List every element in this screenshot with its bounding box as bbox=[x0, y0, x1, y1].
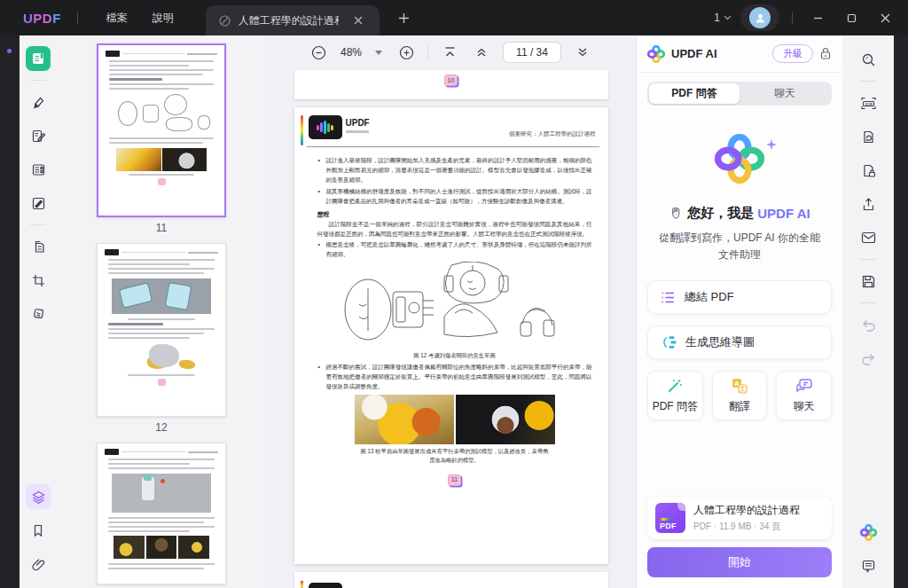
app-window: UPDF 檔案 說明 人體工程學的設計過程 1 bbox=[0, 0, 908, 588]
updf-ai-logo-large bbox=[715, 134, 764, 184]
comment-tool-button[interactable] bbox=[26, 123, 51, 148]
chat-card[interactable]: 聊天 bbox=[776, 371, 832, 420]
right-tool-sidebar: OCR bbox=[842, 35, 894, 588]
translate-icon: A文 bbox=[731, 377, 748, 395]
page-11-badge: 11 bbox=[448, 474, 461, 486]
magic-wand-icon bbox=[666, 377, 684, 395]
go-to-top-button[interactable] bbox=[439, 42, 460, 63]
left-window-edge bbox=[0, 35, 20, 588]
document-tab[interactable]: 人體工程學的設計過程 bbox=[206, 5, 380, 35]
ai-hero bbox=[637, 134, 842, 184]
translate-card[interactable]: A文 翻譯 bbox=[712, 371, 768, 420]
figure-12-sketch bbox=[338, 262, 572, 350]
generate-mindmap-button[interactable]: 生成思維導圖 bbox=[647, 325, 832, 359]
mindmap-label: 生成思維導圖 bbox=[685, 334, 755, 350]
pdf-qa-card[interactable]: PDF 問答 bbox=[647, 371, 703, 420]
right-window-edge bbox=[894, 35, 908, 588]
thumbnail-page-11[interactable] bbox=[97, 43, 226, 217]
menu-file[interactable]: 檔案 bbox=[94, 5, 140, 31]
upgrade-button[interactable]: 升級 bbox=[772, 44, 813, 63]
summarize-list-icon bbox=[661, 290, 676, 305]
current-file-card[interactable]: PDF 人體工程學的設計過程 PDF · 11.9 MB · 34 頁 bbox=[647, 497, 832, 539]
ai-panel-title: UPDF AI bbox=[671, 47, 717, 60]
tab-title: 人體工程學的設計過程 bbox=[239, 13, 339, 28]
window-count-dropdown[interactable]: 1 bbox=[714, 12, 732, 24]
zoom-out-button[interactable] bbox=[309, 42, 330, 63]
page-number-input[interactable]: 11 / 34 bbox=[503, 42, 561, 63]
zoom-level: 48% bbox=[340, 46, 362, 59]
pdf-file-icon: PDF bbox=[655, 503, 685, 533]
zoom-in-button[interactable] bbox=[395, 42, 417, 63]
crop-tool-button[interactable] bbox=[26, 268, 51, 293]
prototype-photo-left bbox=[355, 395, 454, 444]
maximize-button[interactable] bbox=[839, 6, 864, 29]
organize-pages-button[interactable] bbox=[26, 234, 51, 259]
tab-pdf-qa[interactable]: PDF 問答 bbox=[649, 83, 740, 104]
pin-panel-icon[interactable] bbox=[819, 47, 832, 60]
prototype-photo-right bbox=[456, 395, 555, 444]
attachment-panel-button[interactable] bbox=[26, 552, 51, 576]
updf-ai-logo-icon bbox=[647, 45, 665, 63]
document-scroll-area[interactable]: 10 UPDF 個案研究：人體工程學的設計過程 bbox=[266, 69, 636, 588]
greeting-text: 您好，我是 bbox=[687, 205, 754, 222]
bookmark-panel-button[interactable] bbox=[26, 518, 51, 543]
figure-13-photos bbox=[317, 395, 592, 444]
figure-12-caption: 圖 12 考慮到傷者關節的意念草圖 bbox=[317, 351, 592, 361]
email-button[interactable] bbox=[856, 225, 881, 250]
feedback-button[interactable] bbox=[856, 553, 881, 578]
minimize-button[interactable] bbox=[805, 6, 830, 29]
thumbnail-label-11: 11 bbox=[156, 222, 167, 234]
header-rule bbox=[307, 146, 599, 147]
previous-page-button[interactable] bbox=[471, 42, 492, 63]
sidebar-divider bbox=[860, 259, 876, 260]
sidebar-divider bbox=[860, 81, 876, 82]
zoom-dropdown-caret[interactable] bbox=[372, 42, 385, 63]
tab-chat[interactable]: 聊天 bbox=[740, 83, 830, 104]
reader-mode-button[interactable] bbox=[26, 46, 51, 71]
form-tool-button[interactable] bbox=[26, 157, 51, 182]
stamp-tool-button[interactable] bbox=[26, 302, 51, 326]
doc-paragraph: 設計進入最後階段，設計團隊開始加入美感及生產的元素，最終的設計予人堅固耐用的感覺… bbox=[317, 156, 592, 185]
undo-button[interactable] bbox=[856, 312, 881, 337]
doc-paragraph: 經過不斷的嘗試，設計團隊發現讓傷者佩戴有關部位的角度略斜的束帶，比起與裝置底部平… bbox=[317, 363, 592, 392]
start-button[interactable]: 開始 bbox=[647, 547, 832, 577]
next-page-button[interactable] bbox=[572, 42, 593, 63]
redo-button[interactable] bbox=[856, 346, 881, 371]
summarize-pdf-button[interactable]: 總結 PDF bbox=[647, 280, 832, 314]
ocr-button[interactable]: OCR bbox=[856, 90, 881, 115]
tab-doc-icon bbox=[218, 14, 231, 27]
updf-watermark-logo bbox=[309, 115, 342, 139]
layers-panel-button[interactable] bbox=[26, 484, 51, 509]
convert-button[interactable] bbox=[856, 124, 881, 149]
thumbnail-panel: 11 12 bbox=[57, 35, 266, 588]
view-toolbar: 48% 11 / 34 bbox=[266, 35, 636, 69]
pdf-page-11: UPDF 個案研究：人體工程學的設計過程 設計進入最後階段，設計團隊開始加入美感… bbox=[294, 107, 608, 564]
menu-help[interactable]: 說明 bbox=[140, 5, 186, 31]
pdf-page-12-fragment bbox=[294, 572, 608, 588]
watermark-stripe bbox=[301, 115, 303, 145]
svg-text:文: 文 bbox=[740, 385, 746, 392]
doc-paragraph: 設計階段並不是一個單純的過程，部分設計意念可能難於實現，過程中也可能發現問題及其… bbox=[317, 220, 592, 239]
search-button[interactable] bbox=[856, 47, 881, 72]
save-button[interactable] bbox=[856, 269, 881, 294]
close-window-button[interactable] bbox=[873, 6, 897, 29]
share-button[interactable] bbox=[856, 192, 881, 216]
account-button[interactable] bbox=[740, 4, 779, 31]
watermark-url bbox=[346, 130, 369, 133]
thumbnail-page-13[interactable] bbox=[97, 443, 226, 584]
thumbnail-page-12[interactable] bbox=[97, 243, 226, 417]
updf-ai-sidebar-button[interactable] bbox=[856, 520, 881, 545]
doc-section-heading: 歷程 bbox=[317, 209, 592, 220]
page-10-badge: 10 bbox=[444, 74, 458, 86]
new-tab-button[interactable] bbox=[392, 6, 417, 29]
sidebar-divider bbox=[30, 224, 46, 225]
tab-close-icon[interactable] bbox=[346, 9, 371, 32]
watermark-brand: UPDF bbox=[346, 118, 370, 128]
chat-label: 聊天 bbox=[794, 399, 815, 414]
chevron-down-icon bbox=[724, 15, 732, 20]
highlighter-tool-button[interactable] bbox=[26, 90, 51, 114]
protect-button[interactable] bbox=[856, 158, 881, 183]
status-dot bbox=[7, 49, 12, 53]
ai-mode-tabs: PDF 問答 聊天 bbox=[647, 82, 832, 106]
edit-pdf-button[interactable] bbox=[26, 191, 51, 216]
